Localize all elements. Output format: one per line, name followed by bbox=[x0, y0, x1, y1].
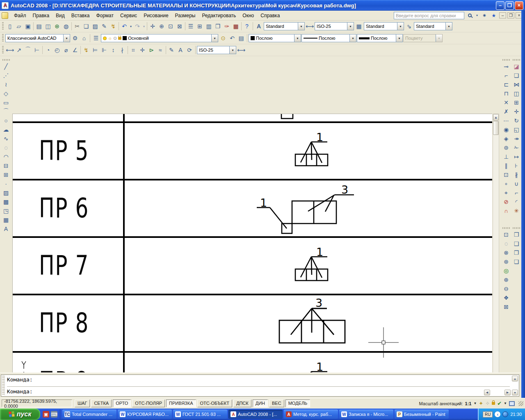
new-icon[interactable]: ▯ bbox=[5, 22, 14, 31]
zoom-previous-icon[interactable]: ⊠ bbox=[175, 22, 184, 31]
table-icon[interactable]: ▦ bbox=[2, 215, 11, 224]
sheet-set-manager-icon[interactable]: ❐ bbox=[213, 22, 222, 31]
publish-icon[interactable]: ⊛ bbox=[52, 22, 62, 31]
layer-previous-icon[interactable]: ↶ bbox=[228, 34, 237, 43]
menu-item-Окно[interactable]: Окно bbox=[239, 11, 257, 20]
spline-icon[interactable]: ∿ bbox=[2, 134, 11, 143]
taskbar-task-Безымянный - Paint[interactable]: PБезымянный - Paint bbox=[395, 410, 449, 419]
linetype-combo[interactable]: Послою ▼ bbox=[301, 34, 356, 42]
multileader-style-icon[interactable]: ⇘ bbox=[404, 22, 413, 31]
bring-above-objects-icon[interactable]: ❐ bbox=[512, 248, 521, 257]
redo-split-arrow-icon[interactable]: ▾ bbox=[142, 22, 146, 31]
search-dropdown-icon[interactable]: ▾ bbox=[475, 12, 479, 19]
maximize-button[interactable]: ❐ bbox=[505, 1, 514, 10]
language-indicator[interactable]: RU bbox=[483, 411, 493, 418]
hatch-icon[interactable]: ▨ bbox=[2, 188, 11, 197]
hide-icons-chevron-icon[interactable]: ‹ bbox=[495, 411, 500, 417]
copy-icon[interactable]: ❏ bbox=[82, 22, 91, 31]
dim-ordinate-icon[interactable]: ⊢ bbox=[32, 46, 41, 55]
workspace-combo[interactable]: Классический AutoCAD▼ bbox=[5, 34, 70, 42]
taskbar-task-Total Commander ...[interactable]: TCTotal Commander ... bbox=[62, 410, 116, 419]
point-icon[interactable]: · bbox=[2, 179, 11, 188]
revision-cloud-icon[interactable]: ☁ bbox=[2, 125, 11, 134]
zoom-object-icon[interactable]: ◎ bbox=[502, 266, 511, 275]
zoom-all-icon[interactable]: ❖ bbox=[502, 293, 511, 302]
status-toggle-ОТС-ПОЛЯР[interactable]: ОТС-ПОЛЯР bbox=[132, 399, 165, 407]
command-window-grip[interactable] bbox=[2, 376, 5, 395]
menu-item-Редактировать[interactable]: Редактировать bbox=[199, 11, 239, 20]
offset-icon[interactable]: ◫ bbox=[512, 89, 521, 98]
layer-states-manager-icon[interactable]: ▤ bbox=[237, 34, 246, 43]
toolbar-grip[interactable] bbox=[502, 59, 510, 61]
mdi-minimize-button[interactable]: – bbox=[499, 12, 506, 18]
plot-icon[interactable]: ▤ bbox=[34, 22, 43, 31]
snap-to-apparent-intersection-icon[interactable]: ✗ bbox=[502, 107, 511, 116]
multiline-text-icon[interactable]: A bbox=[2, 224, 11, 233]
dim-style-brush-icon[interactable]: ⟷ bbox=[305, 22, 314, 31]
dim-jogged-icon[interactable]: ◴ bbox=[52, 46, 62, 55]
command-scroll-up-icon[interactable]: ▲ bbox=[512, 376, 518, 381]
interface-check-icon[interactable]: ✔ bbox=[497, 400, 502, 406]
layer-combo[interactable]: ☼ ⊙ Основной ▼ bbox=[101, 34, 218, 42]
fillet-icon[interactable]: ◜ bbox=[512, 197, 521, 206]
menu-item-Вставка[interactable]: Вставка bbox=[68, 11, 93, 20]
rectangle-icon[interactable]: ▭ bbox=[2, 98, 11, 107]
redo-icon[interactable]: ↷ bbox=[133, 22, 142, 31]
center-mark-icon[interactable]: ✛ bbox=[138, 46, 147, 55]
dim-edit-icon[interactable]: ✎ bbox=[167, 46, 176, 55]
zoom-center-icon[interactable]: ⊛ bbox=[502, 257, 511, 266]
save-icon[interactable]: ▣ bbox=[23, 22, 32, 31]
row-label-ПР-6[interactable]: ПР 6 bbox=[39, 193, 89, 224]
scale-icon[interactable]: ◱ bbox=[512, 125, 521, 134]
polygon-icon[interactable]: ◇ bbox=[2, 89, 11, 98]
command-scroll-down-icon[interactable]: ▼ bbox=[512, 390, 518, 395]
zoom-window-tool-icon[interactable]: ⊡ bbox=[502, 230, 511, 239]
toolbar-grip[interactable] bbox=[513, 59, 520, 61]
symbol-pr6[interactable]: 1 3 bbox=[257, 183, 354, 233]
annotation-scale-value[interactable]: 1:1 bbox=[465, 401, 472, 406]
snap-to-extension-icon[interactable]: ⋯ bbox=[502, 116, 511, 125]
clean-screen-icon[interactable] bbox=[509, 401, 515, 406]
snap-to-insertion-icon[interactable]: ⊡ bbox=[502, 170, 511, 179]
toolbar-grip[interactable] bbox=[2, 22, 4, 30]
taskbar-task-КУРСОВАЯ РАБО...[interactable]: WКУРСОВАЯ РАБО... bbox=[118, 410, 172, 419]
row-label-ПР-8[interactable]: ПР 8 bbox=[39, 308, 89, 339]
snap-to-center-icon[interactable]: ◉ bbox=[502, 125, 511, 134]
dim-space-icon[interactable]: ↕ bbox=[109, 46, 118, 55]
table-style-icon[interactable]: ▦ bbox=[354, 22, 363, 31]
help-icon[interactable]: ? bbox=[242, 22, 251, 31]
tolerance-icon[interactable]: ⌗ bbox=[129, 46, 138, 55]
status-toggle-МОДЕЛЬ[interactable]: МОДЕЛЬ bbox=[285, 399, 310, 407]
dim-aligned-icon[interactable]: ↗ bbox=[14, 46, 23, 55]
snap-to-tangent-icon[interactable]: ⊚ bbox=[502, 143, 511, 152]
break-icon[interactable]: ∦ bbox=[512, 170, 521, 179]
toolbar-grip[interactable] bbox=[502, 227, 510, 229]
explode-icon[interactable]: ✳ bbox=[512, 206, 521, 215]
start-button[interactable]: пуск bbox=[0, 409, 40, 420]
text-style-icon[interactable]: A bbox=[254, 22, 263, 31]
cut-icon[interactable]: ✂ bbox=[73, 22, 82, 31]
color-combo[interactable]: Послою ▼ bbox=[249, 34, 301, 42]
snap-to-quadrant-icon[interactable]: ◈ bbox=[502, 134, 511, 143]
match-properties-icon[interactable]: ✎ bbox=[100, 22, 109, 31]
close-button[interactable]: × bbox=[515, 1, 523, 10]
status-menu-dropdown-icon[interactable]: ▼ bbox=[504, 402, 507, 405]
communication-center-icon[interactable]: ✷ bbox=[480, 12, 488, 19]
join-icon[interactable]: ∪ bbox=[512, 179, 521, 188]
copy-object-icon[interactable]: ❏ bbox=[512, 71, 521, 80]
dim-inspect-icon[interactable]: ⊳ bbox=[147, 46, 156, 55]
break-at-point-icon[interactable]: ⊦ bbox=[512, 161, 521, 170]
lineweight-combo[interactable]: Послою ▼ bbox=[357, 34, 403, 42]
text-style-combo[interactable]: Standard▼ bbox=[264, 22, 305, 30]
markup-set-manager-icon[interactable]: ✑ bbox=[222, 22, 231, 31]
taskbar-task-ГОСТ 21.501-93 ...[interactable]: WГОСТ 21.501-93 ... bbox=[173, 410, 227, 419]
move-icon[interactable]: ✛ bbox=[512, 107, 521, 116]
zoom-scale-icon[interactable]: ⊗ bbox=[502, 248, 511, 257]
snap-to-perpendicular-icon[interactable]: ⊥ bbox=[502, 152, 511, 161]
dim-angular-icon[interactable]: ∠ bbox=[71, 46, 80, 55]
dim-style-combo[interactable]: ISO-25▼ bbox=[315, 22, 354, 30]
toolbar-grip[interactable] bbox=[2, 34, 4, 42]
open-icon[interactable]: ▱ bbox=[14, 22, 23, 31]
annotation-visibility-icon[interactable]: ✦ bbox=[479, 400, 483, 406]
quickcalc-icon[interactable]: ▦ bbox=[231, 22, 240, 31]
